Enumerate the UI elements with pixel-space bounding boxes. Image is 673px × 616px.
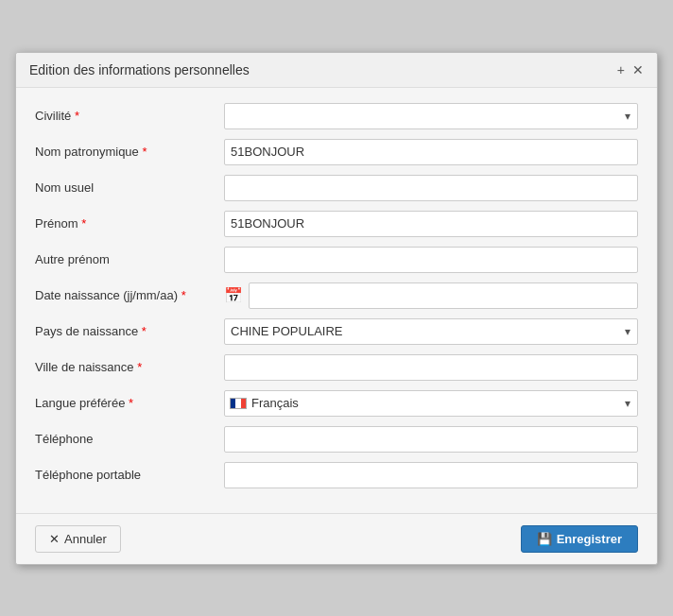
pays-naissance-label: Pays de naissance * (35, 324, 224, 338)
civilite-row: Civilité * M. Mme Dr (35, 103, 638, 129)
civilite-select[interactable]: M. Mme Dr (224, 103, 638, 129)
dialog-header: Edition des informations personnelles + … (16, 53, 657, 88)
telephone-portable-row: Téléphone portable (35, 462, 638, 488)
ville-naissance-label: Ville de naissance * (35, 360, 224, 374)
prenom-input[interactable] (224, 211, 638, 237)
pays-naissance-select-wrapper: CHINE POPULAIRE FRANCE ALLEMAGNE (224, 318, 638, 345)
dialog-plus-icon[interactable]: + (617, 62, 625, 77)
civilite-label: Civilité * (35, 109, 224, 123)
prenom-row: Prénom * (35, 211, 638, 237)
cancel-label: Annuler (64, 532, 107, 546)
autre-prenom-input[interactable] (224, 247, 638, 273)
save-label: Enregistrer (557, 532, 622, 546)
save-button[interactable]: 💾 Enregistrer (521, 525, 638, 553)
save-floppy-icon: 💾 (537, 532, 552, 546)
telephone-input[interactable] (224, 426, 638, 453)
date-naissance-input[interactable] (249, 282, 638, 309)
dialog-body: Civilité * M. Mme Dr Nom patronymique * (16, 88, 657, 513)
ville-naissance-input[interactable] (224, 354, 638, 381)
autre-prenom-row: Autre prénom (35, 247, 638, 273)
nom-patronymique-row: Nom patronymique * (35, 139, 638, 165)
langue-label: Langue préférée * (35, 396, 224, 410)
nom-usuel-label: Nom usuel (35, 180, 224, 195)
dialog-title: Edition des informations personnelles (29, 62, 250, 77)
nom-patronymique-input[interactable] (224, 139, 638, 165)
langue-row: Langue préférée * Français English Deuts… (35, 390, 638, 417)
telephone-portable-label: Téléphone portable (35, 468, 224, 482)
date-naissance-label: Date naissance (jj/mm/aa) * (35, 288, 224, 302)
pays-naissance-select[interactable]: CHINE POPULAIRE FRANCE ALLEMAGNE (224, 318, 638, 345)
pays-naissance-row: Pays de naissance * CHINE POPULAIRE FRAN… (35, 318, 638, 345)
dialog-header-controls: + ✕ (617, 62, 644, 77)
civilite-select-wrapper: M. Mme Dr (224, 103, 638, 129)
langue-select[interactable]: Français English Deutsch (224, 390, 638, 417)
langue-select-wrapper: Français English Deutsch (224, 390, 638, 417)
personal-info-dialog: Edition des informations personnelles + … (15, 52, 658, 565)
nom-usuel-input[interactable] (224, 175, 638, 201)
civilite-required: * (75, 109, 79, 123)
date-naissance-row: Date naissance (jj/mm/aa) * 📅 (35, 282, 638, 309)
prenom-label: Prénom * (35, 216, 224, 231)
cancel-button[interactable]: ✕ Annuler (35, 525, 121, 553)
nom-usuel-row: Nom usuel (35, 175, 638, 201)
telephone-portable-input[interactable] (224, 462, 638, 488)
calendar-icon[interactable]: 📅 (224, 286, 243, 304)
cancel-x-icon: ✕ (49, 532, 60, 546)
nom-patronymique-label: Nom patronymique * (35, 145, 224, 159)
telephone-label: Téléphone (35, 432, 224, 446)
ville-naissance-row: Ville de naissance * (35, 354, 638, 381)
dialog-footer: ✕ Annuler 💾 Enregistrer (16, 513, 657, 564)
telephone-row: Téléphone (35, 426, 638, 453)
autre-prenom-label: Autre prénom (35, 252, 224, 266)
date-naissance-wrapper: 📅 (224, 282, 638, 309)
dialog-close-icon[interactable]: ✕ (632, 62, 644, 77)
